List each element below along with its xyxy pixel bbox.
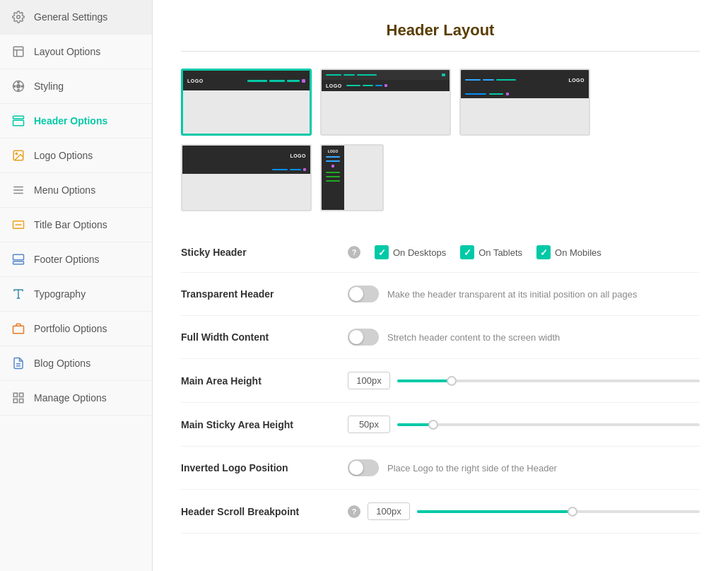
svg-rect-23 bbox=[13, 326, 24, 334]
transparent-header-toggle[interactable] bbox=[348, 286, 379, 302]
layout-thumb-3[interactable]: LOGO bbox=[459, 69, 590, 136]
sidebar-item-label-typography: Typography bbox=[34, 288, 86, 300]
main-area-height-thumb[interactable] bbox=[447, 376, 457, 386]
sidebar-item-layout-options[interactable]: Layout Options bbox=[0, 35, 152, 69]
main-sticky-area-height-value[interactable]: 50px bbox=[348, 416, 390, 433]
blog-icon bbox=[11, 356, 25, 370]
transparent-header-desc: Make the header transparent at its initi… bbox=[387, 289, 637, 300]
header-scroll-breakpoint-fill bbox=[417, 510, 573, 513]
sticky-header-row: Sticky Header ? ✓ On Desktops ✓ On Table… bbox=[181, 232, 700, 273]
layout-icon bbox=[11, 45, 25, 59]
layout-thumb-2[interactable]: LOGO bbox=[320, 69, 451, 136]
header-scroll-breakpoint-value[interactable]: 100px bbox=[368, 502, 410, 520]
svg-point-0 bbox=[17, 16, 20, 19]
footer-icon bbox=[11, 252, 25, 266]
svg-rect-19 bbox=[13, 254, 24, 260]
title-bar-icon bbox=[11, 218, 25, 232]
on-desktops-checkbox[interactable]: ✓ bbox=[375, 245, 389, 259]
sidebar-item-label-general-settings: General Settings bbox=[34, 11, 107, 23]
layout-thumb-4[interactable]: LOGO bbox=[181, 144, 312, 211]
full-width-content-controls: Stretch header content to the screen wid… bbox=[348, 329, 700, 346]
svg-rect-10 bbox=[13, 116, 24, 119]
on-desktops-label: On Desktops bbox=[393, 247, 446, 258]
sidebar-item-label-logo-options: Logo Options bbox=[34, 150, 93, 161]
sticky-header-help-icon[interactable]: ? bbox=[348, 246, 360, 259]
sidebar: General Settings Layout Options Styling … bbox=[0, 0, 153, 571]
main-area-height-row: Main Area Height 100px bbox=[181, 359, 700, 403]
sticky-header-controls: ? ✓ On Desktops ✓ On Tablets ✓ On Mobile… bbox=[348, 245, 700, 259]
header-scroll-breakpoint-track bbox=[417, 510, 700, 513]
inverted-logo-position-toggle[interactable] bbox=[348, 459, 379, 476]
on-tablets-checkbox[interactable]: ✓ bbox=[460, 245, 474, 259]
full-width-content-label: Full Width Content bbox=[181, 331, 336, 343]
sidebar-item-footer-options[interactable]: Footer Options bbox=[0, 242, 152, 277]
main-area-height-controls: 100px bbox=[348, 372, 700, 389]
sidebar-item-general-settings[interactable]: General Settings bbox=[0, 0, 152, 35]
sidebar-item-label-portfolio-options: Portfolio Options bbox=[34, 323, 107, 334]
main-sticky-area-height-thumb[interactable] bbox=[428, 420, 438, 430]
header-scroll-breakpoint-row: Header Scroll Breakpoint ? 100px bbox=[181, 490, 700, 534]
main-area-height-value[interactable]: 100px bbox=[348, 372, 390, 389]
sidebar-item-portfolio-options[interactable]: Portfolio Options bbox=[0, 312, 152, 346]
sidebar-item-logo-options[interactable]: Logo Options bbox=[0, 139, 152, 173]
sidebar-item-styling[interactable]: Styling bbox=[0, 69, 152, 104]
sidebar-item-menu-options[interactable]: Menu Options bbox=[0, 173, 152, 208]
svg-point-5 bbox=[17, 85, 20, 88]
full-width-content-toggle[interactable] bbox=[348, 329, 379, 346]
main-sticky-area-height-row: Main Sticky Area Height 50px bbox=[181, 403, 700, 447]
portfolio-icon bbox=[11, 322, 25, 336]
header-scroll-breakpoint-label: Header Scroll Breakpoint bbox=[181, 506, 336, 517]
typography-icon bbox=[11, 287, 25, 301]
svg-point-13 bbox=[16, 153, 17, 154]
sidebar-item-manage-options[interactable]: Manage Options bbox=[0, 381, 152, 416]
svg-rect-28 bbox=[13, 399, 17, 403]
transparent-header-controls: Make the header transparent at its initi… bbox=[348, 286, 700, 302]
sidebar-item-label-header-options: Header Options bbox=[34, 115, 107, 126]
main-sticky-area-height-label: Main Sticky Area Height bbox=[181, 419, 336, 430]
main-content: Header Layout LOGO bbox=[153, 0, 728, 571]
main-area-height-fill bbox=[397, 379, 452, 382]
full-width-content-row: Full Width Content Stretch header conten… bbox=[181, 316, 700, 359]
transparent-header-label: Transparent Header bbox=[181, 288, 336, 300]
sidebar-item-title-bar-options[interactable]: Title Bar Options bbox=[0, 208, 152, 242]
svg-point-9 bbox=[18, 89, 19, 90]
sidebar-item-blog-options[interactable]: Blog Options bbox=[0, 346, 152, 381]
main-sticky-area-height-track bbox=[397, 423, 700, 426]
page-title: Header Layout bbox=[181, 21, 700, 52]
header-scroll-breakpoint-thumb[interactable] bbox=[568, 507, 577, 517]
inverted-logo-position-desc: Place Logo to the right side of the Head… bbox=[387, 463, 557, 473]
gear-icon bbox=[11, 10, 25, 24]
layout-thumb-1[interactable]: LOGO bbox=[181, 69, 312, 136]
main-area-height-label: Main Area Height bbox=[181, 375, 336, 387]
svg-point-7 bbox=[21, 86, 23, 87]
on-tablets-group: ✓ On Tablets bbox=[460, 245, 522, 259]
svg-point-8 bbox=[14, 86, 16, 87]
svg-rect-20 bbox=[13, 261, 24, 264]
on-mobiles-label: On Mobiles bbox=[555, 247, 601, 258]
svg-rect-11 bbox=[13, 120, 24, 126]
manage-icon bbox=[11, 391, 25, 405]
sidebar-item-label-layout-options: Layout Options bbox=[34, 46, 100, 57]
sidebar-item-header-options[interactable]: Header Options bbox=[0, 104, 152, 139]
header-icon bbox=[11, 114, 25, 128]
sidebar-item-label-manage-options: Manage Options bbox=[34, 392, 107, 404]
layout-thumbnails: LOGO LOGO bbox=[181, 69, 700, 211]
svg-rect-26 bbox=[13, 393, 17, 396]
main-area-height-track bbox=[397, 379, 700, 382]
sidebar-item-label-blog-options: Blog Options bbox=[34, 358, 90, 369]
sidebar-item-label-title-bar-options: Title Bar Options bbox=[34, 219, 107, 230]
svg-rect-1 bbox=[13, 47, 23, 57]
layout-thumb-5[interactable]: LOGO bbox=[320, 144, 384, 211]
sidebar-item-label-footer-options: Footer Options bbox=[34, 254, 100, 265]
svg-rect-29 bbox=[20, 399, 23, 403]
on-mobiles-checkbox[interactable]: ✓ bbox=[536, 245, 551, 259]
sidebar-item-typography[interactable]: Typography bbox=[0, 277, 152, 312]
sidebar-item-label-styling: Styling bbox=[34, 81, 64, 92]
inverted-logo-position-row: Inverted Logo Position Place Logo to the… bbox=[181, 447, 700, 490]
full-width-content-desc: Stretch header content to the screen wid… bbox=[387, 332, 560, 343]
header-scroll-breakpoint-help-icon[interactable]: ? bbox=[348, 505, 360, 518]
header-scroll-breakpoint-controls: ? 100px bbox=[348, 502, 700, 520]
sidebar-item-label-menu-options: Menu Options bbox=[34, 184, 95, 196]
on-mobiles-group: ✓ On Mobiles bbox=[536, 245, 601, 259]
main-sticky-area-height-controls: 50px bbox=[348, 416, 700, 433]
